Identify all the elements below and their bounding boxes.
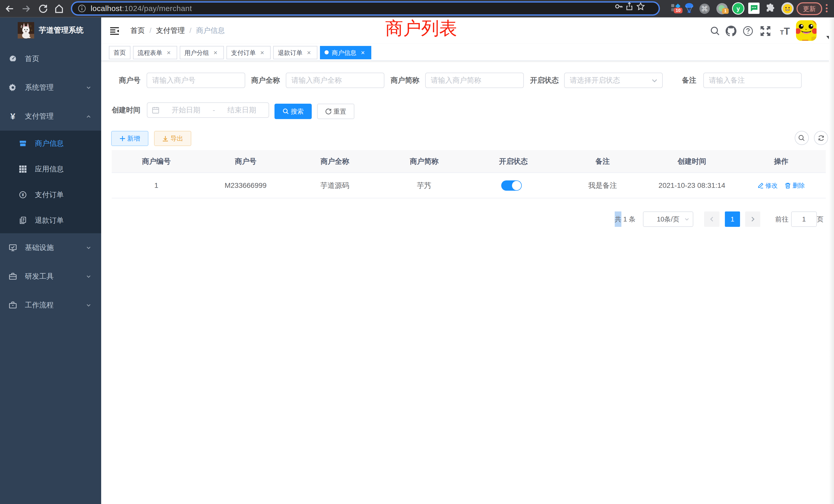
- svg-text:⌘: ⌘: [701, 5, 708, 13]
- svg-text:y: y: [737, 5, 740, 12]
- svg-text:¥: ¥: [22, 192, 24, 197]
